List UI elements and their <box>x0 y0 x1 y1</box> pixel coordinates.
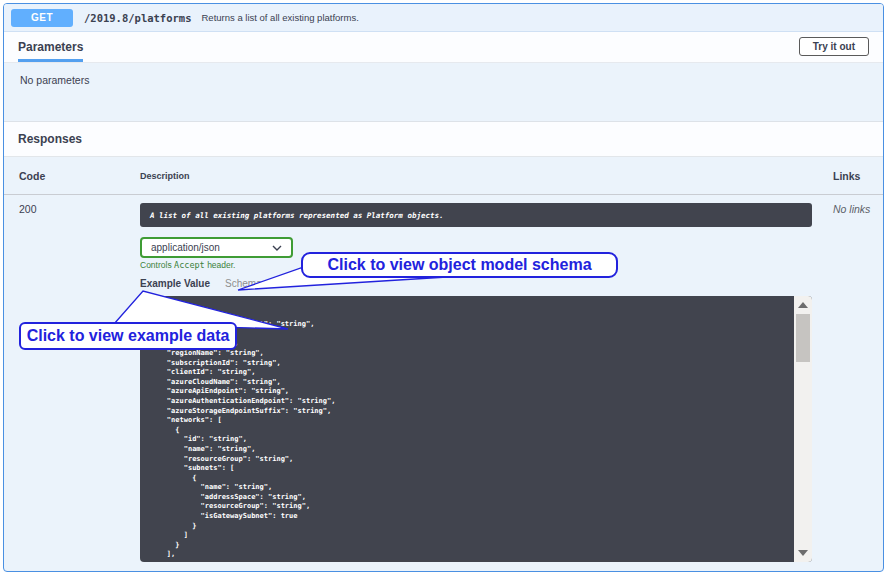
scroll-thumb[interactable] <box>796 314 810 362</box>
endpoint-path-version: /2019.8 <box>84 12 128 24</box>
column-header-links: Links <box>812 170 883 182</box>
scroll-up-icon[interactable] <box>798 302 808 308</box>
media-type-selected: application/json <box>151 242 220 253</box>
column-header-code: Code <box>4 170 140 182</box>
column-header-description: Description <box>140 171 812 181</box>
code-scrollbar[interactable] <box>794 296 812 562</box>
parameters-body: No parameters <box>4 63 883 121</box>
http-method-badge[interactable]: GET <box>11 9 73 27</box>
chevron-down-icon <box>272 242 282 253</box>
media-type-select[interactable]: application/json <box>140 237 293 258</box>
responses-table-header: Code Description Links <box>4 157 883 195</box>
controls-note-prefix: Controls <box>140 260 172 270</box>
responses-title: Responses <box>18 132 82 146</box>
schema-callout: Click to view object model schema <box>301 252 618 278</box>
example-code-block: [ { "authenticationEndpoint": "string", … <box>140 296 812 562</box>
responses-body: Code Description Links 200 A list of all… <box>4 157 883 562</box>
opblock-summary[interactable]: GET /2019.8/platforms Returns a list of … <box>4 4 883 32</box>
endpoint-path: /2019.8/platforms <box>84 12 191 24</box>
example-callout: Click to view example data <box>19 322 237 350</box>
example-code[interactable]: [ { "authenticationEndpoint": "string", … <box>140 296 812 560</box>
response-links: No links <box>812 203 883 215</box>
opblock-get-platforms: GET /2019.8/platforms Returns a list of … <box>3 3 884 572</box>
parameters-header: Parameters Try it out <box>4 32 883 63</box>
endpoint-path-resource: /platforms <box>128 12 191 24</box>
controls-note-suffix: header. <box>207 260 235 270</box>
parameters-title: Parameters <box>18 32 83 62</box>
endpoint-summary: Returns a list of all existing platforms… <box>201 12 358 23</box>
response-description-markdown: A list of all existing platforms represe… <box>140 203 812 227</box>
scroll-down-icon[interactable] <box>798 550 808 556</box>
response-code: 200 <box>4 203 140 215</box>
controls-note-header: Accept <box>174 260 205 270</box>
model-example-tabs: Example Value Schema <box>140 278 812 291</box>
try-it-out-button[interactable]: Try it out <box>799 37 869 56</box>
response-row-200: 200 A list of all existing platforms rep… <box>4 195 883 562</box>
tab-schema[interactable]: Schema <box>225 278 262 291</box>
no-parameters-text: No parameters <box>20 74 89 86</box>
tab-example-value[interactable]: Example Value <box>140 278 210 291</box>
responses-header: Responses <box>4 121 883 157</box>
